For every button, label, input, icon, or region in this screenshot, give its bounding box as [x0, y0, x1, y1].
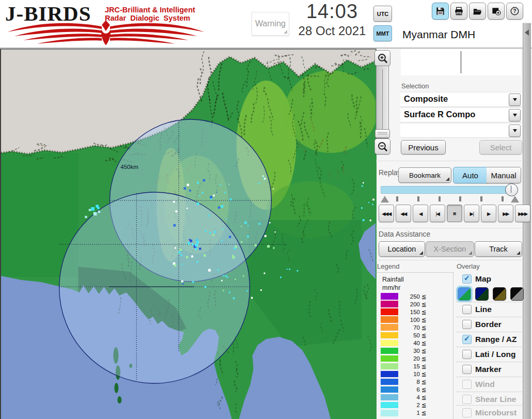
overlay-range-az-checkbox[interactable] — [462, 335, 472, 344]
timeline-tick — [502, 196, 504, 201]
map-zoom-out-button[interactable] — [374, 138, 390, 154]
overlay-divider — [457, 302, 522, 302]
legend-row: 6≦ — [381, 386, 448, 393]
replay-timeline-track[interactable] — [381, 186, 512, 194]
playback-controls: ◀◀◀◀◀◀|◀■▶|▶▶▶▶▶▶ — [379, 205, 530, 222]
map-zoom-in-button[interactable] — [374, 50, 390, 66]
legend-value: 100 — [398, 317, 420, 323]
overlay-panel: MapLineBorderRange / AZLati / LongMarker… — [457, 272, 523, 419]
legend-suffix: ≦ — [421, 332, 427, 339]
select-button[interactable]: Select — [479, 140, 522, 154]
warning-button[interactable]: Warning — [252, 12, 289, 36]
range-start-marker[interactable] — [381, 196, 389, 203]
chevron-down-icon[interactable] — [509, 109, 521, 121]
map-style-navy-darkgreen-button[interactable] — [475, 287, 489, 301]
mmt-button[interactable]: MMT — [373, 25, 392, 41]
location-button[interactable]: Location — [379, 241, 425, 257]
eagle-logo-icon — [6, 19, 206, 45]
legend-suffix: ≦ — [421, 293, 427, 300]
legend-value: 1 — [398, 410, 420, 416]
bookmark-button[interactable]: Bookmark — [398, 167, 451, 183]
chevron-down-icon[interactable] — [509, 125, 521, 137]
divider — [376, 161, 522, 161]
dropdown-product[interactable]: Surface R Compo — [400, 107, 522, 122]
jump-last-button[interactable]: ▶▶▶ — [515, 205, 530, 222]
auto-mode-button[interactable]: Auto — [453, 167, 488, 183]
step-forward-button[interactable]: ▶| — [464, 205, 479, 222]
radar-map[interactable]: 450km — [0, 49, 377, 419]
legend-value: 70 — [398, 324, 420, 331]
legend-value: 200 — [398, 301, 420, 307]
fast-rewind-button[interactable]: ◀◀ — [396, 205, 411, 222]
overlay-marker-checkbox[interactable] — [462, 365, 472, 374]
overlay-range-az-label: Range / AZ — [475, 335, 517, 344]
save-icon — [435, 6, 445, 16]
dropdown-extra[interactable] — [400, 123, 522, 138]
x-section-button[interactable]: X-Section — [426, 241, 474, 257]
overlay-line-row: Line — [457, 304, 523, 315]
timeline-tick — [396, 196, 398, 201]
legend-value: 250 — [398, 293, 420, 300]
status-area — [401, 49, 521, 75]
map-zoom-slider-thumb[interactable] — [375, 129, 390, 138]
range-end-marker[interactable] — [511, 196, 519, 203]
legend-swatch — [381, 394, 398, 401]
legend-row: 100≦ — [381, 316, 448, 323]
legend-row: 2≦ — [381, 402, 448, 409]
legend-value: 150 — [398, 309, 420, 315]
legend-suffix: ≦ — [421, 301, 427, 308]
overlay-map-checkbox[interactable] — [462, 274, 472, 284]
utc-button[interactable]: UTC — [373, 6, 392, 22]
legend-suffix: ≦ — [421, 394, 427, 401]
map-zoom-slider-track[interactable] — [376, 66, 389, 138]
legend-row: 10≦ — [381, 371, 448, 378]
legend-swatch — [381, 371, 398, 378]
previous-button[interactable]: Previous — [401, 140, 446, 154]
map-style-row — [458, 287, 524, 301]
dropdown-value: Surface R Compo — [404, 110, 475, 119]
legend-swatch — [381, 316, 398, 323]
legend-suffix: ≦ — [421, 386, 427, 393]
add-image-button[interactable] — [488, 3, 505, 20]
legend-value: 40 — [398, 340, 420, 346]
timeline-tick — [439, 196, 441, 201]
overlay-line-checkbox[interactable] — [462, 305, 472, 314]
legend-suffix: ≦ — [421, 370, 427, 378]
map-style-blue-green-button[interactable] — [458, 287, 471, 301]
legend-value: 2 — [398, 402, 420, 408]
map-style-black-gray-button[interactable] — [510, 287, 524, 301]
help-button[interactable]: ? — [506, 3, 523, 20]
save-button[interactable] — [432, 3, 449, 20]
legend-swatch — [381, 308, 398, 315]
selection-label: Selection — [401, 82, 429, 90]
overlay-border-checkbox[interactable] — [462, 320, 472, 329]
collapse-arrow-icon — [525, 29, 529, 36]
svg-text:?: ? — [513, 8, 516, 14]
legend-row: 1≦ — [381, 410, 448, 416]
fast-forward-button[interactable]: ▶▶ — [498, 205, 513, 222]
stop-button[interactable]: ■ — [447, 205, 462, 222]
print-button[interactable] — [450, 3, 467, 20]
legend-swatch — [381, 386, 398, 393]
play-forward-button[interactable]: ▶ — [481, 205, 496, 222]
legend-suffix: ≦ — [421, 409, 427, 416]
manual-mode-button[interactable]: Manual — [487, 167, 521, 183]
legend-swatch — [381, 301, 398, 307]
overlay-lati-long-checkbox[interactable] — [462, 350, 472, 359]
map-graphic: 450km — [1, 50, 375, 419]
open-file-button[interactable] — [469, 3, 486, 20]
chevron-down-icon[interactable] — [509, 94, 521, 106]
overlay-lati-long-label: Lati / Long — [475, 350, 515, 359]
warning-label: Warning — [255, 19, 286, 28]
legend-value: 30 — [398, 348, 420, 354]
jump-first-button[interactable]: ◀◀◀ — [379, 205, 394, 222]
legend-swatch — [381, 332, 398, 339]
divider — [376, 260, 522, 260]
play-backward-button[interactable]: ◀ — [413, 205, 428, 222]
legend-value: 8 — [398, 379, 420, 385]
track-button[interactable]: Track — [475, 241, 522, 257]
step-backward-button[interactable]: |◀ — [430, 205, 445, 222]
map-style-black-olive-button[interactable] — [493, 287, 506, 301]
range-ring-label: 450km — [120, 164, 138, 170]
dropdown-composite[interactable]: Composite — [400, 92, 522, 107]
